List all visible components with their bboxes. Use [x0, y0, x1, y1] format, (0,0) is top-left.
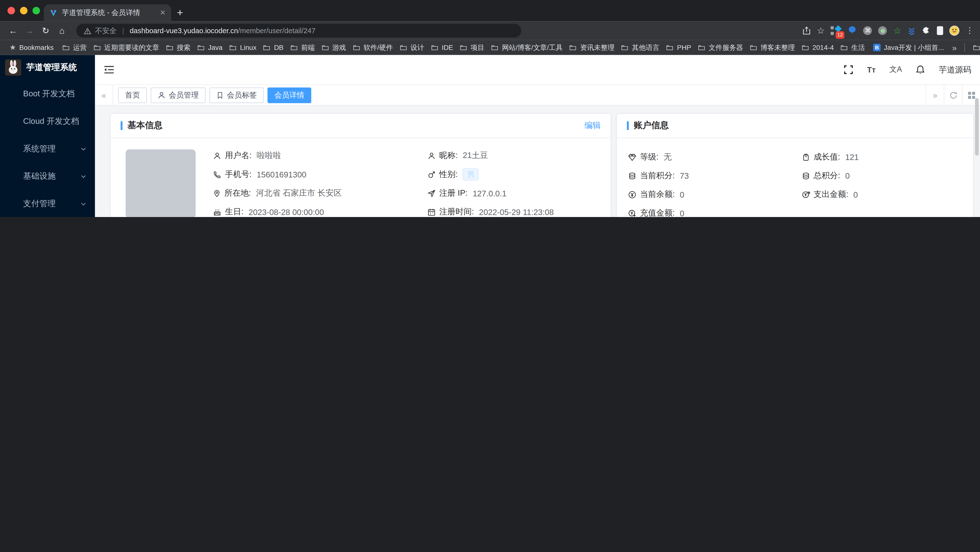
folder-icon	[290, 44, 298, 51]
profile-avatar[interactable]	[949, 25, 959, 36]
security-label[interactable]: 不安全	[95, 26, 117, 35]
bookmark-folder[interactable]: 设计	[396, 43, 427, 52]
info-field: 所在地:河北省 石家庄市 长安区	[213, 187, 427, 199]
bookmark-folder[interactable]: 生活	[837, 43, 868, 52]
notification-bell-icon[interactable]	[916, 65, 925, 75]
bookmark-folder[interactable]: 网站/博客/文章/工具	[488, 43, 566, 52]
field-label: 充值金额:	[640, 207, 675, 217]
bookmark-folder[interactable]: 博客未整理	[746, 43, 798, 52]
extension-command-icon[interactable]: ⌘	[864, 26, 872, 35]
forward-icon[interactable]: →	[22, 25, 37, 36]
tab-close-icon[interactable]: ✕	[160, 9, 165, 17]
chevron-down-icon	[80, 173, 87, 180]
sidebar-item-系统管理[interactable]: 系统管理	[0, 135, 95, 162]
extension-panel-icon[interactable]	[937, 26, 943, 35]
extension-balloon-icon[interactable]	[847, 25, 857, 36]
accent-bar	[121, 121, 123, 130]
folder-icon	[431, 44, 439, 51]
tabs-scroll-right[interactable]: »	[926, 85, 944, 105]
sidebar-item-Cloud 开发文档[interactable]: Cloud 开发文档	[0, 107, 95, 135]
bookmark-folder[interactable]: PHP	[663, 44, 694, 51]
sidebar-item-支付管理[interactable]: 支付管理	[0, 190, 95, 217]
bookmark-folder[interactable]: 项目	[457, 43, 488, 52]
sidebar-item-label: 支付管理	[23, 198, 56, 209]
close-window-button[interactable]	[8, 7, 15, 14]
other-bookmarks[interactable]: 其他书签	[969, 43, 980, 52]
browser-tab[interactable]: 芋道管理系统 - 会员详情 ✕	[44, 5, 171, 21]
refresh-page-icon[interactable]	[944, 85, 962, 105]
reload-icon[interactable]: ↻	[39, 25, 52, 36]
page-tab-会员详情[interactable]: 会员详情	[267, 87, 311, 103]
edit-button[interactable]: 编辑	[584, 120, 601, 131]
security-warning-icon[interactable]	[84, 27, 91, 34]
bookmark-folder-label: 生活	[851, 43, 865, 52]
folder-icon	[459, 44, 468, 51]
page-tab-label: 会员管理	[169, 90, 199, 100]
bookmark-folder-label: 软件/硬件	[363, 43, 393, 52]
current-user[interactable]: 芋道源码	[939, 64, 971, 75]
macos-window-controls[interactable]	[8, 7, 40, 14]
field-value: 0	[845, 171, 850, 180]
bookmark-folder[interactable]: DB	[259, 44, 286, 51]
toolbar-extensions: ☆ 12 ⌘ ☆ ⋮	[802, 25, 974, 36]
new-tab-button[interactable]: +	[171, 5, 189, 21]
fullscreen-icon[interactable]	[844, 65, 853, 75]
bookmark-folder[interactable]: Java	[194, 44, 226, 51]
bookmark-folder[interactable]: 其他语言	[617, 43, 662, 52]
bookmark-folder[interactable]: Linux	[226, 44, 259, 51]
bookmark-folder[interactable]: 游戏	[318, 43, 349, 52]
tabs-scroll-left[interactable]: «	[95, 85, 113, 105]
bookmark-folder-label: 前端	[301, 43, 315, 52]
folder-icon	[165, 44, 173, 51]
yenout-icon	[802, 190, 810, 198]
bookmark-folder[interactable]: 2014-4	[798, 44, 837, 51]
extensions-puzzle-icon[interactable]	[922, 26, 931, 35]
page-tab-会员管理[interactable]: 会员管理	[151, 87, 206, 103]
page-tab-会员标签[interactable]: 会员标签	[209, 87, 264, 103]
maximize-window-button[interactable]	[32, 7, 40, 14]
sidebar-item-Boot 开发文档[interactable]: Boot 开发文档	[0, 80, 95, 108]
bookmark-folder[interactable]: 近期需要读的文章	[90, 43, 162, 52]
bookmark-folder[interactable]: 软件/硬件	[349, 43, 396, 52]
bookmark-folder[interactable]: 运营	[59, 43, 90, 52]
bookmarks-root[interactable]: ★ Bookmarks	[6, 44, 57, 51]
share-icon[interactable]	[802, 26, 810, 35]
bookmark-folder[interactable]: 前端	[286, 43, 318, 52]
field-label: 手机号:	[225, 169, 251, 180]
collapse-sidebar-icon[interactable]	[104, 65, 114, 75]
bookmark-folder[interactable]: IDE	[427, 44, 457, 51]
home-icon[interactable]: ⌂	[55, 25, 69, 36]
folder-icon	[697, 44, 705, 51]
person-icon	[213, 152, 221, 160]
folder-icon	[263, 44, 271, 51]
bookmark-folder[interactable]: 文件服务器	[694, 43, 746, 52]
bookmark-folder[interactable]: 资讯未整理	[566, 43, 617, 52]
account-info-title: 账户信息	[634, 120, 669, 131]
minimize-window-button[interactable]	[20, 7, 27, 14]
info-field: 性别:男	[427, 168, 596, 181]
field-label: 注册时间:	[439, 206, 474, 217]
extension-tampermonkey-icon[interactable]: 12	[831, 25, 841, 36]
info-field: 当前余额:0	[628, 188, 802, 201]
bookmark-folder-label: 博客未整理	[760, 43, 795, 52]
font-size-icon[interactable]: Tᴛ	[867, 65, 875, 74]
page-tab-首页[interactable]: 首页	[118, 87, 147, 103]
scrollbar-thumb[interactable]	[975, 98, 979, 156]
address-bar[interactable]: 不安全 | dashboard-vue3.yudao.iocoder.cn/me…	[76, 24, 521, 38]
sidebar-item-基础设施[interactable]: 基础设施	[0, 162, 95, 190]
extension-chevrons-icon[interactable]	[907, 27, 916, 35]
extension-recorder-icon[interactable]	[878, 26, 887, 35]
field-value: 啦啦啦	[256, 150, 281, 161]
bookmark-folder-label: 设计	[410, 43, 424, 52]
bookmark-folder-label: 运营	[73, 43, 87, 52]
back-icon[interactable]: ←	[6, 25, 20, 36]
vertical-scrollbar[interactable]	[974, 55, 980, 217]
sidebar-item-label: Boot 开发文档	[23, 88, 75, 100]
language-icon[interactable]: 文A	[889, 64, 902, 75]
bookmarks-overflow-chevron[interactable]: »	[949, 43, 960, 52]
bookmark-java-dev[interactable]: B Java开发 | 小组首...	[870, 43, 947, 52]
field-value: 73	[680, 171, 689, 180]
sidebar-logo[interactable]: 芋道管理系统	[0, 55, 95, 80]
bookmark-folder[interactable]: 搜索	[162, 43, 194, 52]
calendar-icon	[427, 208, 436, 216]
